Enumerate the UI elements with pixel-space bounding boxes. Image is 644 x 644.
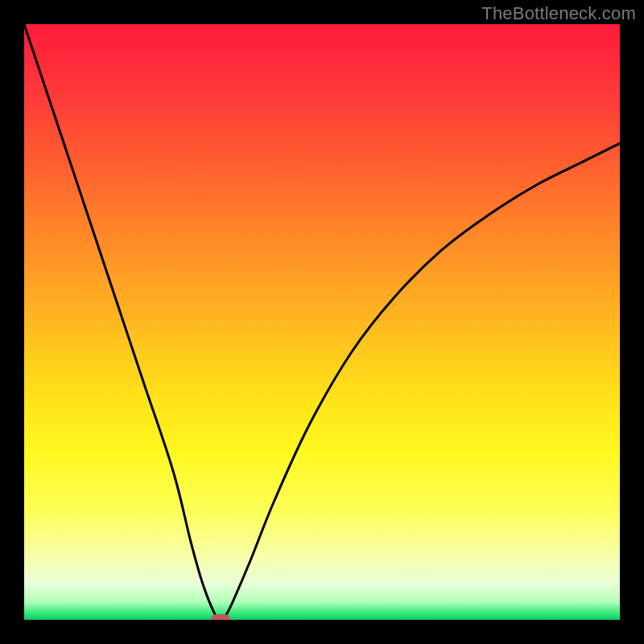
plot-area [24,24,620,620]
bottleneck-curve [24,24,620,620]
curve-layer [24,24,620,620]
chart-frame: TheBottleneck.com [0,0,644,644]
watermark-text: TheBottleneck.com [481,3,636,24]
optimal-marker [211,614,230,620]
